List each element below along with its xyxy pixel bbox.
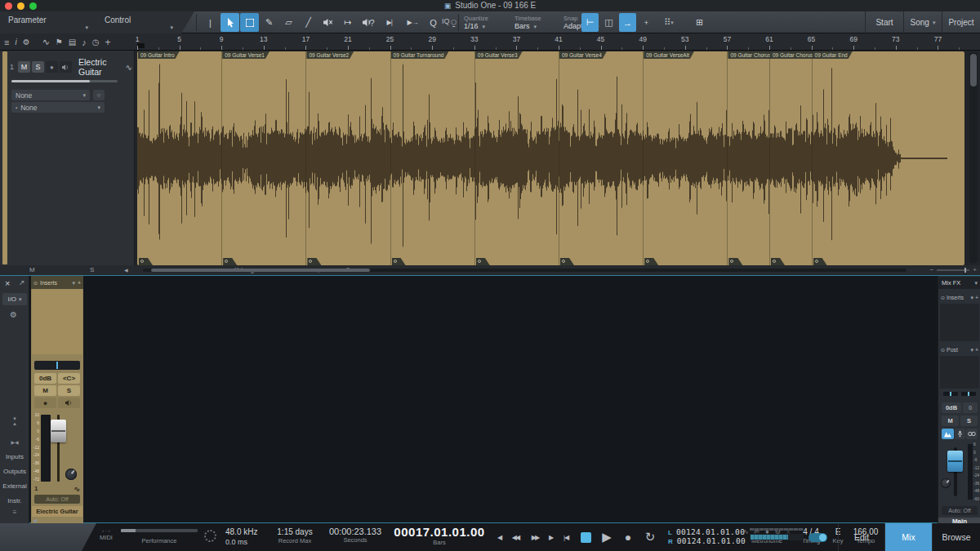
main-cue-knob[interactable] — [941, 478, 951, 488]
clip-name-label[interactable]: 09 Guitar Verse3 — [475, 51, 523, 59]
banks-icon[interactable]: ≡ — [0, 509, 29, 516]
bars-display[interactable]: 00017.01.01.00 Bars — [390, 526, 488, 547]
tape-style-button[interactable]: ⊞ — [691, 13, 708, 32]
post-area[interactable] — [940, 356, 979, 389]
main-gain-button[interactable]: 0dB — [942, 402, 961, 413]
preroll-icon[interactable]: ∿ — [743, 528, 749, 537]
next-marker-button[interactable]: ▶ — [546, 523, 557, 551]
help-tool-button[interactable]: ? — [363, 13, 381, 32]
song-page-button[interactable]: Song▾ — [903, 11, 942, 33]
main-solo-button[interactable]: S — [960, 415, 978, 426]
track-mute-button[interactable]: M — [18, 61, 30, 73]
volume-fader[interactable] — [51, 420, 66, 442]
scroll-left-icon[interactable]: ◀ — [124, 267, 128, 273]
footer-solo-button[interactable]: S — [90, 266, 94, 273]
close-icon[interactable]: × — [5, 278, 10, 288]
slice-tool-button[interactable]: ╱ — [299, 13, 318, 32]
track-output-dropdown[interactable]: ▪ None ▾ — [11, 102, 105, 113]
main-inserts-area[interactable] — [940, 304, 979, 341]
follow-button[interactable]: → — [619, 13, 636, 32]
add-insert-icon[interactable]: + — [975, 295, 978, 300]
channel-record-button[interactable]: ● — [34, 398, 56, 408]
note-icon[interactable]: ♪ — [82, 38, 87, 47]
add-post-icon[interactable]: + — [975, 347, 978, 353]
footer-mute-button[interactable]: M — [29, 266, 35, 273]
automation-icon[interactable]: ∿ — [42, 37, 50, 47]
mix-page-button[interactable]: Mix — [884, 523, 932, 551]
clip-name-label[interactable]: 09 Guitar Verse4 — [559, 51, 607, 59]
inspector-icon[interactable]: i — [15, 38, 16, 47]
play-from-cursor-button[interactable]: ▶→ — [403, 13, 422, 32]
bend-tool-button[interactable]: ↦ — [338, 13, 357, 32]
cue-knob[interactable] — [65, 469, 77, 480]
main-automation-button[interactable]: Auto: Off — [942, 506, 978, 515]
wrench-icon[interactable]: ⚙ — [23, 38, 30, 47]
quantize-dropdown[interactable]: Quantize 1/16▾ — [464, 13, 488, 32]
track-monitor-button[interactable] — [60, 61, 72, 73]
automation-mode-button[interactable]: Auto: Off — [34, 495, 80, 504]
parameter-dropdown[interactable]: Parameter ▾ — [0, 11, 96, 33]
track-color-strip[interactable] — [2, 51, 7, 264]
browse-page-button[interactable]: Browse — [932, 523, 980, 551]
zoom-out-icon[interactable]: − — [930, 266, 934, 273]
clip-name-label[interactable]: 09 Guitar VerseAlt — [644, 51, 694, 59]
horizontal-scrollbar-thumb[interactable] — [151, 269, 370, 272]
inserts-area[interactable] — [32, 289, 82, 354]
range-tool-button[interactable] — [240, 13, 259, 32]
fast-forward-button[interactable]: ▶▶ — [526, 523, 544, 551]
loop-range-display[interactable]: L00124.01.01.00 R00124.01.01.00 — [668, 527, 746, 545]
io-dropdown[interactable]: I/O ▾ — [2, 293, 27, 305]
io-sidebar-item-external[interactable]: External — [0, 482, 29, 490]
loop-button[interactable]: ↻ — [640, 523, 660, 551]
add-insert-icon[interactable]: + — [78, 280, 81, 286]
mute-tool-button[interactable] — [318, 13, 337, 32]
track-list-icon[interactable]: ▤ — [69, 38, 76, 47]
autoscroll-button[interactable]: ⊢ — [581, 13, 599, 32]
play-button[interactable]: ▶ — [598, 523, 616, 551]
io-sidebar-item-inputs[interactable]: Inputs — [0, 453, 29, 460]
vertical-scrollbar-thumb[interactable] — [970, 54, 977, 87]
main-pan-right[interactable] — [961, 392, 976, 396]
channel-monitor-button[interactable] — [58, 398, 80, 408]
zoom-in-icon[interactable]: + — [973, 266, 977, 273]
play-from-start-button[interactable]: ▶⎸ — [383, 13, 402, 32]
pencil-tool-button[interactable]: ✎ — [260, 13, 278, 32]
channel-solo-button[interactable]: S — [58, 385, 80, 396]
inserts-header[interactable]: ⊙ Inserts ▾ + — [31, 276, 83, 289]
clock-icon[interactable]: ◷ — [92, 38, 100, 47]
main-inserts-header[interactable]: ⊙ Inserts ▾ + — [938, 291, 980, 303]
project-page-button[interactable]: Project — [942, 11, 980, 33]
add-track-icon[interactable]: + — [105, 37, 111, 48]
clip-name-label[interactable]: 09 Guitar Verse2 — [306, 51, 354, 59]
track-input-mode-button[interactable]: ○ — [93, 90, 105, 100]
input-quantize-label[interactable]: IQ — [442, 17, 450, 25]
gain-button[interactable]: 0dB — [34, 373, 56, 384]
clip-name-label[interactable]: 09 Guitar Intro — [138, 51, 180, 59]
track-name[interactable]: Electric Guitar — [78, 57, 124, 77]
main-meter-mode-button[interactable] — [942, 429, 954, 439]
popout-icon[interactable]: ↗ — [19, 278, 25, 287]
eraser-tool-button[interactable]: ▱ — [279, 13, 298, 32]
io-sidebar-item-instr[interactable]: Instr. — [0, 497, 29, 504]
clip-name-label[interactable]: 09 Guitar End — [813, 51, 853, 59]
channel-mute-button[interactable]: M — [34, 385, 56, 396]
mixfx-header[interactable]: Mix FX ▾ — [938, 277, 980, 289]
horizontal-scrollbar[interactable] — [143, 269, 906, 272]
io-sidebar-item-outputs[interactable]: Outputs — [0, 468, 29, 475]
transport-toggle[interactable] — [808, 533, 827, 542]
arrow-tool-button[interactable] — [220, 13, 239, 32]
wrench-icon[interactable]: ⚙ — [10, 310, 17, 319]
return-to-start-button[interactable]: |◀ — [559, 523, 573, 551]
zoom-slider[interactable] — [937, 269, 969, 271]
track-input-dropdown[interactable]: None ▾ — [11, 90, 90, 100]
split-tool-button[interactable]: | — [201, 13, 220, 32]
control-dropdown[interactable]: Control ▾ — [96, 11, 181, 33]
timebase-dropdown[interactable]: Timebase Bars▾ — [514, 13, 541, 32]
talkback-button[interactable] — [955, 429, 965, 439]
clip-name-label[interactable]: 09 Guitar Verse1 — [222, 51, 270, 59]
q-tool-button[interactable]: Q — [424, 13, 443, 32]
close-window-button[interactable] — [5, 2, 12, 10]
post-header[interactable]: ⊙ Post ▾ + — [938, 344, 980, 355]
zoom-slider-handle[interactable] — [964, 268, 966, 273]
main-pan-value[interactable]: 0 — [963, 402, 978, 413]
